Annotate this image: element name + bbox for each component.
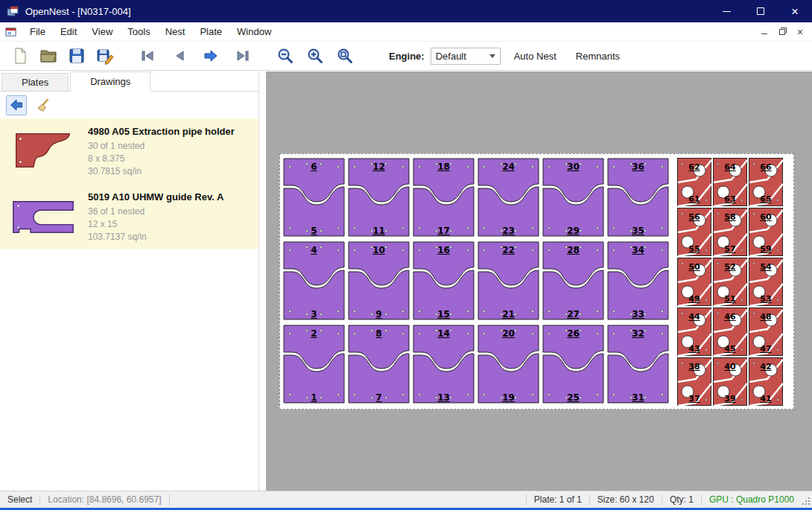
open-folder-icon bbox=[39, 47, 57, 65]
nested-part-pair-purple[interactable]: 8 7 bbox=[346, 322, 411, 406]
mdi-minimize-icon bbox=[761, 34, 767, 34]
nested-part-pair-purple[interactable]: 36 35 bbox=[606, 156, 670, 239]
zoom-in-icon bbox=[306, 47, 324, 65]
nested-part-pair-red[interactable]: 38 37 bbox=[676, 357, 712, 407]
menu-item[interactable]: File bbox=[22, 23, 53, 40]
replace-drawing-button[interactable] bbox=[6, 95, 27, 115]
nested-part-pair-red[interactable]: 54 53 bbox=[748, 257, 784, 307]
mdi-close-button[interactable]: × bbox=[793, 25, 808, 39]
new-button[interactable] bbox=[7, 44, 33, 68]
nested-part-pair-purple[interactable]: 12 11 bbox=[346, 156, 411, 239]
nested-part-pair-purple[interactable]: 28 27 bbox=[541, 239, 606, 322]
tab-drawings[interactable]: Drawings bbox=[70, 71, 150, 92]
auto-nest-button[interactable]: Auto Nest bbox=[508, 46, 562, 66]
save-button[interactable] bbox=[64, 44, 89, 68]
part-number: 44 bbox=[676, 312, 712, 322]
drawing-meta: 4980 A05 Extraction pipe holder 30 of 1 … bbox=[82, 124, 254, 178]
part-number: 30 bbox=[541, 162, 606, 172]
resize-grip[interactable] bbox=[802, 491, 812, 508]
nested-part-pair-purple[interactable]: 30 29 bbox=[541, 156, 606, 239]
part-number: 1 bbox=[282, 392, 346, 403]
nested-part-pair-purple[interactable]: 24 23 bbox=[476, 156, 541, 239]
menu-item[interactable]: Tools bbox=[120, 23, 157, 40]
remnants-button[interactable]: Remnants bbox=[570, 46, 626, 66]
zoom-in-button[interactable] bbox=[302, 44, 328, 68]
nested-part-pair-red[interactable]: 48 47 bbox=[748, 307, 784, 357]
nested-part-pair-purple[interactable]: 34 33 bbox=[606, 239, 670, 322]
nested-part-pair-purple[interactable]: 18 17 bbox=[411, 156, 476, 239]
mdi-minimize-button[interactable] bbox=[757, 25, 772, 39]
nested-part-pair-purple[interactable]: 10 9 bbox=[346, 239, 411, 322]
menu: FileEditViewToolsNestPlateWindow bbox=[22, 23, 757, 40]
nested-part-pair-purple[interactable]: 32 31 bbox=[606, 322, 670, 406]
nested-part-pair-purple[interactable]: 14 13 bbox=[411, 322, 476, 406]
menu-item[interactable]: Nest bbox=[158, 23, 193, 40]
nested-part-pair-red[interactable]: 50 49 bbox=[676, 257, 712, 307]
go-next-icon bbox=[202, 47, 220, 65]
status-qty: Qty: 1 bbox=[662, 491, 701, 508]
drawing-list-item[interactable]: 4980 A05 Extraction pipe holder 30 of 1 … bbox=[0, 118, 258, 184]
nested-part-pair-purple[interactable]: 26 25 bbox=[541, 322, 606, 406]
part-number: 32 bbox=[606, 328, 670, 339]
nested-part-pair-red[interactable]: 44 43 bbox=[676, 307, 712, 357]
menu-bar: FileEditViewToolsNestPlateWindow × bbox=[0, 22, 812, 42]
menu-item[interactable]: Edit bbox=[53, 23, 84, 40]
nested-part-pair-red[interactable]: 62 61 bbox=[676, 157, 712, 207]
part-number: 7 bbox=[346, 392, 411, 403]
tab-plates[interactable]: Plates bbox=[1, 73, 69, 91]
panel-splitter[interactable] bbox=[259, 71, 266, 491]
nested-part-pair-purple[interactable]: 16 15 bbox=[411, 239, 476, 322]
status-gpu: GPU : Quadro P1000 bbox=[702, 491, 802, 508]
save-as-button[interactable] bbox=[92, 44, 118, 68]
nested-part-pair-red[interactable]: 42 41 bbox=[748, 357, 784, 407]
nested-part-pair-purple[interactable]: 22 21 bbox=[476, 239, 541, 322]
nested-part-pair-red[interactable]: 40 39 bbox=[712, 357, 748, 407]
purple-parts-grid: 6 5 12 11 18 17 bbox=[282, 156, 670, 407]
drawing-size: 12 x 15 bbox=[88, 218, 254, 231]
navigation-button-group bbox=[136, 44, 255, 68]
part-number: 29 bbox=[541, 226, 606, 236]
nested-part-pair-red[interactable]: 52 51 bbox=[712, 257, 748, 307]
nested-part-pair-red[interactable]: 56 55 bbox=[676, 207, 712, 257]
nested-part-pair-red[interactable]: 64 63 bbox=[712, 157, 748, 207]
nested-part-pair-red[interactable]: 60 59 bbox=[748, 207, 784, 257]
nest-canvas[interactable]: 6 5 12 11 18 17 bbox=[266, 71, 812, 491]
drawing-list: 4980 A05 Extraction pipe holder 30 of 1 … bbox=[0, 118, 258, 249]
drawing-list-item[interactable]: 5019 A10 UHMW guide Rev. A 36 of 1 neste… bbox=[0, 184, 258, 249]
part-number: 34 bbox=[606, 245, 670, 255]
nested-part-pair-red[interactable]: 58 57 bbox=[712, 207, 748, 257]
close-button[interactable]: × bbox=[778, 0, 812, 22]
nested-part-pair-red[interactable]: 46 45 bbox=[712, 307, 748, 357]
drawings-toolbar bbox=[0, 92, 258, 118]
red-part-icon bbox=[9, 129, 77, 173]
purple-part-icon bbox=[9, 194, 77, 239]
go-next-button[interactable] bbox=[198, 44, 223, 68]
nested-part-pair-purple[interactable]: 4 3 bbox=[282, 239, 346, 322]
maximize-button[interactable] bbox=[743, 0, 778, 22]
part-number: 64 bbox=[712, 162, 748, 172]
nested-part-pair-purple[interactable]: 2 1 bbox=[282, 322, 346, 406]
go-previous-button[interactable] bbox=[167, 44, 192, 68]
zoom-out-button[interactable] bbox=[273, 44, 298, 68]
broom-icon bbox=[36, 98, 51, 112]
open-button[interactable] bbox=[36, 44, 61, 68]
engine-select[interactable]: Default bbox=[431, 48, 501, 65]
nested-part-pair-purple[interactable]: 6 5 bbox=[282, 156, 346, 239]
go-previous-icon bbox=[171, 47, 188, 65]
zoom-fit-button[interactable] bbox=[332, 44, 358, 68]
go-first-button[interactable] bbox=[136, 44, 161, 68]
part-number: 66 bbox=[748, 162, 784, 172]
drawing-meta: 5019 A10 UHMW guide Rev. A 36 of 1 neste… bbox=[82, 190, 254, 243]
clear-button[interactable] bbox=[33, 95, 54, 115]
part-number: 9 bbox=[346, 309, 411, 319]
menu-item[interactable]: Window bbox=[229, 23, 279, 40]
nested-part-pair-purple[interactable]: 20 19 bbox=[476, 322, 541, 406]
menu-item[interactable]: Plate bbox=[192, 23, 229, 40]
plate[interactable]: 6 5 12 11 18 17 bbox=[279, 153, 794, 409]
minimize-button[interactable] bbox=[709, 0, 743, 22]
part-number: 19 bbox=[476, 392, 541, 403]
mdi-restore-button[interactable] bbox=[775, 25, 790, 39]
go-last-button[interactable] bbox=[229, 44, 255, 68]
menu-item[interactable]: View bbox=[84, 23, 120, 40]
nested-part-pair-red[interactable]: 66 65 bbox=[748, 157, 784, 207]
